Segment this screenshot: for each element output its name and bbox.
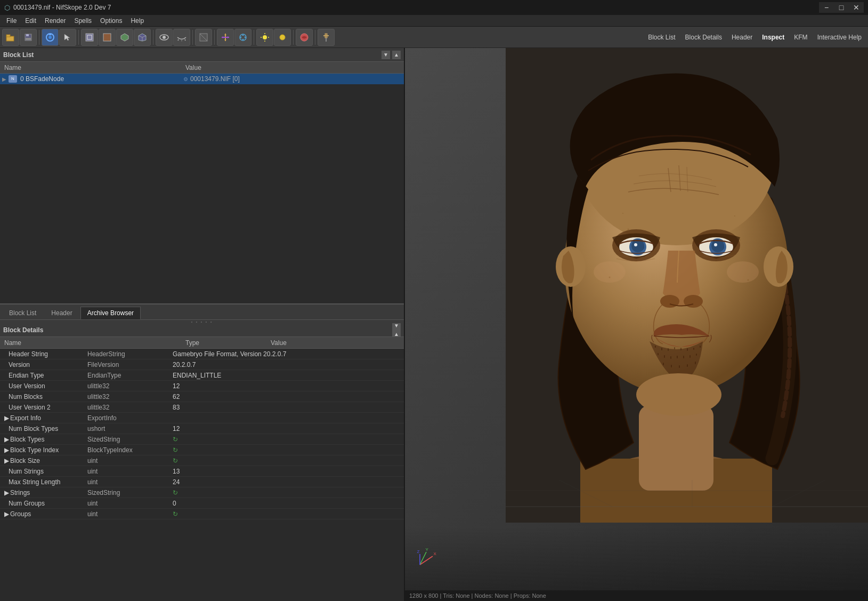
detail-type-header-string: HeaderString [87, 350, 173, 358]
detail-value-user-version2: 83 [173, 404, 402, 411]
expand-arrow-groups[interactable]: ▶ [4, 510, 9, 518]
pin-btn[interactable] [318, 29, 335, 46]
block-details-title: Block Details [3, 326, 43, 334]
svg-point-6 [48, 36, 52, 39]
refresh-icon-block-types[interactable]: ↻ [173, 436, 178, 443]
svg-point-79 [748, 279, 749, 281]
side-view[interactable] [99, 29, 116, 46]
toolbar: Block List Block Details Header Inspect … [0, 27, 868, 48]
right-panel[interactable]: X Y Z 1280 x 800 | Tris: None | Nodes: N… [405, 48, 868, 601]
expand-arrow-block-type-index[interactable]: ▶ [4, 446, 9, 454]
detail-type-strings: SizedString [87, 489, 173, 496]
refresh-icon-groups[interactable]: ↻ [173, 510, 178, 518]
detail-row-endian[interactable]: Endian Type EndianType ENDIAN_LITTLE [0, 370, 404, 381]
detail-value-max-string-length: 24 [173, 478, 402, 486]
separator-8 [315, 30, 315, 45]
menu-file[interactable]: File [2, 16, 21, 26]
svg-point-81 [734, 215, 735, 217]
shading-btn[interactable] [195, 29, 212, 46]
refresh-icon-block-type-index[interactable]: ↻ [173, 446, 178, 454]
expand-arrow-block-size[interactable]: ▶ [4, 457, 9, 464]
tab-archive-browser[interactable]: Archive Browser [80, 307, 141, 319]
detail-row-block-type-index[interactable]: ▶Block Type Index BlockTypeIndex ↻ [0, 445, 404, 455]
block-details-collapse-btn[interactable]: ▼ [392, 323, 401, 330]
block-list-section: Block List ▼ ▲ Name Value ▶ N 0 BSFadeNo… [0, 48, 404, 304]
light2-btn[interactable] [274, 29, 291, 46]
pan-tool[interactable] [234, 29, 252, 46]
texture-btn[interactable] [296, 29, 313, 46]
detail-row-groups[interactable]: ▶Groups uint ↻ [0, 509, 404, 519]
light-btn[interactable] [256, 29, 273, 46]
separator-2 [78, 30, 79, 45]
refresh-icon-strings[interactable]: ↻ [173, 489, 178, 496]
detail-row-num-groups[interactable]: Num Groups uint 0 [0, 498, 404, 509]
block-list-body: ▶ N 0 BSFadeNode ⚙ 00013479.NIF [0] [0, 74, 404, 303]
maximize-button[interactable]: □ [834, 2, 849, 13]
detail-row-block-types[interactable]: ▶Block Types SizedString ↻ [0, 434, 404, 445]
detail-type-endian: EndianType [87, 372, 173, 379]
expand-arrow-export-info[interactable]: ▶ [4, 414, 9, 422]
eye-open[interactable] [156, 29, 173, 46]
front-view[interactable] [81, 29, 98, 46]
detail-row-header-string[interactable]: Header String HeaderString Gamebryo File… [0, 349, 404, 359]
detail-row-max-string-length[interactable]: Max String Length uint 24 [0, 477, 404, 487]
inspect-btn[interactable]: Inspect [758, 30, 789, 45]
detail-row-strings[interactable]: ▶Strings SizedString ↻ [0, 487, 404, 498]
svg-rect-70 [695, 362, 696, 364]
rotate-tool[interactable] [42, 29, 59, 46]
block-list-controls: ▼ ▲ [382, 51, 401, 59]
move-tool[interactable] [217, 29, 234, 46]
expand-arrow-block-types[interactable]: ▶ [4, 436, 9, 443]
expand-arrow-0[interactable]: ▶ [2, 76, 6, 82]
close-button[interactable]: ✕ [849, 2, 864, 13]
block-list-title: Block List [3, 51, 34, 59]
detail-type-block-size: uint [87, 457, 173, 464]
top-view[interactable] [116, 29, 133, 46]
interactive-help-btn[interactable]: Interactive Help [813, 30, 866, 45]
detail-row-user-version2[interactable]: User Version 2 ulittle32 83 [0, 402, 404, 413]
svg-point-71 [636, 373, 721, 416]
separator-5 [214, 30, 215, 45]
eye-closed[interactable] [173, 29, 190, 46]
svg-rect-55 [680, 348, 682, 350]
detail-name-num-groups: Num Groups [2, 500, 87, 507]
refresh-icon-block-size[interactable]: ↻ [173, 457, 178, 464]
svg-rect-54 [674, 347, 675, 349]
detail-row-num-strings[interactable]: Num Strings uint 13 [0, 466, 404, 477]
menu-options[interactable]: Options [96, 16, 126, 26]
block-details-col-headers: Name Type Value [0, 337, 404, 349]
detail-row-block-size[interactable]: ▶Block Size uint ↻ [0, 455, 404, 466]
svg-point-20 [263, 35, 267, 39]
block-list-btn[interactable]: Block List [644, 30, 679, 45]
detail-row-num-block-types[interactable]: Num Block Types ushort 12 [0, 423, 404, 434]
tab-header[interactable]: Header [44, 307, 79, 319]
window-title: 00013479.nif - NifSkope 2.0 Dev 7 [13, 4, 111, 11]
menu-spells[interactable]: Spells [70, 16, 96, 26]
block-details-btn[interactable]: Block Details [681, 30, 726, 45]
detail-row-user-version[interactable]: User Version ulittle32 12 [0, 381, 404, 391]
header-btn[interactable]: Header [727, 30, 757, 45]
block-list-col-headers: Name Value [0, 62, 404, 74]
minimize-button[interactable]: − [819, 2, 834, 13]
kfm-btn[interactable]: KFM [790, 30, 812, 45]
menu-edit[interactable]: Edit [21, 16, 40, 26]
tab-block-list[interactable]: Block List [2, 307, 43, 319]
detail-name-max-string-length: Max String Length [2, 478, 87, 486]
menu-help[interactable]: Help [126, 16, 148, 26]
menu-render[interactable]: Render [40, 16, 70, 26]
select-tool[interactable] [59, 29, 76, 46]
detail-row-num-blocks[interactable]: Num Blocks ulittle32 62 [0, 391, 404, 402]
viewport[interactable]: X Y Z 1280 x 800 | Tris: None | Nodes: N… [405, 48, 868, 601]
save-button[interactable] [20, 29, 37, 46]
block-list-collapse-btn[interactable]: ▼ [382, 51, 390, 59]
detail-type-num-block-types: ushort [87, 425, 173, 432]
detail-row-export-info[interactable]: ▶Export Info ExportInfo [0, 413, 404, 423]
block-list-expand-btn[interactable]: ▲ [392, 51, 401, 59]
expand-arrow-strings[interactable]: ▶ [4, 489, 9, 496]
separator-4 [192, 30, 193, 45]
block-row-0[interactable]: ▶ N 0 BSFadeNode ⚙ 00013479.NIF [0] [0, 74, 404, 84]
detail-row-version[interactable]: Version FileVersion 20.2.0.7 [0, 359, 404, 370]
open-button[interactable] [2, 29, 19, 46]
persp-view[interactable] [134, 29, 151, 46]
detail-type-num-strings: uint [87, 468, 173, 475]
